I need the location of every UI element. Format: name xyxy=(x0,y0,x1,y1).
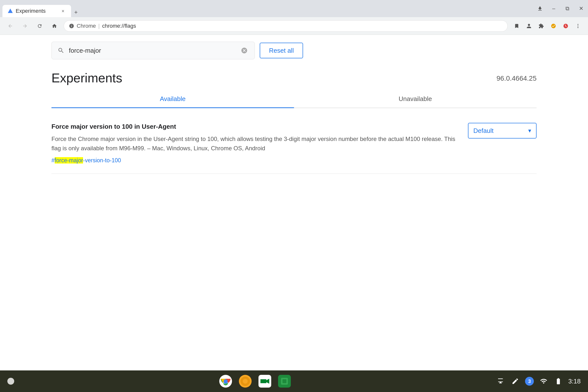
back-button[interactable] xyxy=(5,20,16,32)
svg-marker-0 xyxy=(8,8,13,13)
flag-link-prefix: # xyxy=(51,157,55,164)
toolbar: Chrome | chrome://flags xyxy=(0,17,588,35)
profile-button[interactable] xyxy=(524,21,534,31)
taskbar-chrome-icon[interactable] xyxy=(218,374,233,388)
restore-button[interactable]: ⧉ xyxy=(563,4,572,13)
search-bar-area: Reset all xyxy=(0,35,588,59)
taskbar-right: 3 3:18 xyxy=(496,376,581,386)
active-tab[interactable]: Experiments × xyxy=(2,5,71,17)
taskbar-badge-3[interactable]: 3 xyxy=(525,377,534,386)
taskbar-battery-icon[interactable] xyxy=(554,376,563,386)
taskbar-screen-icon[interactable] xyxy=(496,376,505,386)
reset-all-button[interactable]: Reset all xyxy=(260,43,303,58)
svg-point-3 xyxy=(578,24,579,25)
bookmark-button[interactable] xyxy=(512,21,522,31)
taskbar-time: 3:18 xyxy=(568,378,581,385)
tab-available[interactable]: Available xyxy=(51,90,294,108)
download-icon[interactable] xyxy=(536,4,544,13)
page-title: Experiments xyxy=(51,70,122,85)
tabs-row: Available Unavailable xyxy=(51,90,537,108)
flag-dropdown-value: Default xyxy=(473,127,493,134)
search-icon xyxy=(57,47,64,54)
minimize-button[interactable]: – xyxy=(549,4,558,13)
tab-area: Experiments × + xyxy=(2,0,534,17)
window-controls: – ⧉ ✕ xyxy=(536,4,586,13)
toolbar-action-icons xyxy=(512,21,583,31)
taskbar: 3 3:18 xyxy=(0,370,588,392)
page-header: Experiments 96.0.4664.25 xyxy=(51,59,537,90)
extensions-button[interactable] xyxy=(536,21,546,31)
search-clear-button[interactable] xyxy=(240,46,249,55)
flag-entry: Force major version to 100 in User-Agent… xyxy=(51,118,537,171)
taskbar-launcher-icon[interactable] xyxy=(7,378,14,385)
flag-link-suffix: -version-to-100 xyxy=(83,157,121,164)
another-extension-button[interactable] xyxy=(561,21,571,31)
flag-info: Force major version to 100 in User-Agent… xyxy=(51,123,458,164)
tab-close-button[interactable]: × xyxy=(60,8,66,14)
extension-action-button[interactable] xyxy=(548,21,559,31)
separator xyxy=(51,174,537,174)
svg-point-5 xyxy=(578,27,579,28)
flag-description: Force the Chrome major version in the Us… xyxy=(51,134,458,153)
taskbar-left xyxy=(7,378,14,385)
title-bar: Experiments × + – ⧉ ✕ xyxy=(0,0,588,17)
taskbar-wifi-icon[interactable] xyxy=(539,376,549,386)
new-tab-button[interactable]: + xyxy=(71,7,81,17)
omnibox-url[interactable]: chrome://flags xyxy=(102,23,503,29)
taskbar-center xyxy=(218,374,292,388)
svg-rect-15 xyxy=(283,379,287,383)
search-input[interactable] xyxy=(69,47,236,54)
refresh-button[interactable] xyxy=(34,20,45,32)
search-box[interactable] xyxy=(51,42,255,59)
forward-button[interactable] xyxy=(19,20,30,32)
more-menu-button[interactable] xyxy=(573,21,583,31)
svg-point-4 xyxy=(578,26,579,26)
tab-unavailable[interactable]: Unavailable xyxy=(294,90,537,108)
taskbar-meet-icon[interactable] xyxy=(258,374,272,388)
tab-favicon xyxy=(7,8,13,14)
taskbar-app4-icon[interactable] xyxy=(277,374,292,388)
home-button[interactable] xyxy=(49,20,60,32)
taskbar-stylus-icon[interactable] xyxy=(510,376,520,386)
flag-dropdown[interactable]: Default ▾ xyxy=(468,123,537,138)
site-info-icon[interactable] xyxy=(69,23,74,29)
omnibox-site-label: Chrome xyxy=(77,23,96,29)
flag-link-highlight: force-major xyxy=(55,157,83,164)
omnibox[interactable]: Chrome | chrome://flags xyxy=(64,20,508,32)
svg-point-8 xyxy=(224,379,228,383)
close-button[interactable]: ✕ xyxy=(577,4,586,13)
tab-title: Experiments xyxy=(16,8,57,14)
version-text: 96.0.4664.25 xyxy=(497,74,537,82)
flag-title: Force major version to 100 in User-Agent xyxy=(51,123,458,130)
main-content: Experiments 96.0.4664.25 Available Unava… xyxy=(0,59,588,370)
svg-point-11 xyxy=(243,379,248,384)
svg-point-1 xyxy=(528,24,530,26)
flag-dropdown-arrow-icon: ▾ xyxy=(528,127,531,134)
taskbar-app2-icon[interactable] xyxy=(238,374,253,388)
flag-link[interactable]: #force-major-version-to-100 xyxy=(51,157,121,164)
